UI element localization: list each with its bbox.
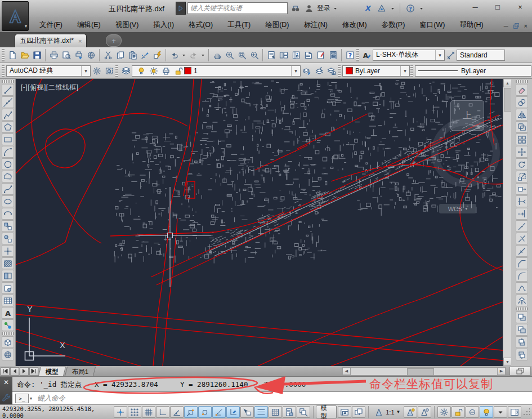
send-to-back-icon[interactable] bbox=[516, 324, 528, 336]
light-bulb-icon[interactable] bbox=[480, 406, 493, 418]
layer-combo[interactable]: 1 ▾ bbox=[132, 65, 301, 77]
command-input-placeholder[interactable]: 键入命令 bbox=[37, 394, 65, 403]
layer-standards-icon[interactable] bbox=[325, 65, 337, 77]
snap-icon[interactable] bbox=[114, 406, 127, 418]
combo-caret-icon[interactable]: ▾ bbox=[291, 66, 300, 76]
point-cloud-icon[interactable] bbox=[2, 319, 14, 331]
horizontal-scrollbar[interactable]: ◀ ▶ bbox=[342, 367, 506, 376]
application-menu-button[interactable]: ▾ bbox=[2, 1, 29, 31]
menu-item[interactable]: 视图(V) bbox=[108, 17, 146, 32]
user-icon[interactable] bbox=[303, 2, 315, 15]
qnew-icon[interactable] bbox=[6, 49, 18, 61]
gradient-icon[interactable] bbox=[2, 270, 14, 282]
quick-properties-icon[interactable] bbox=[283, 406, 296, 418]
menu-item[interactable]: 窗口(W) bbox=[412, 17, 452, 32]
table-icon[interactable] bbox=[2, 295, 14, 306]
rotate-icon[interactable] bbox=[516, 158, 528, 170]
revision-cloud-icon[interactable] bbox=[2, 171, 14, 182]
trim-icon[interactable] bbox=[516, 195, 528, 207]
minimize-button[interactable]: ─ bbox=[467, 1, 484, 12]
viewport-controls-label[interactable]: [-][俯视][二维线框] bbox=[21, 83, 79, 92]
undo-icon[interactable] bbox=[168, 49, 180, 61]
object-snap-tracking-icon[interactable] bbox=[212, 406, 226, 418]
menu-item[interactable]: 插入(I) bbox=[146, 17, 181, 32]
annotation-autoscale-icon[interactable] bbox=[418, 406, 431, 418]
blend-curves-icon[interactable] bbox=[516, 282, 528, 294]
design-center-icon[interactable] bbox=[278, 49, 289, 61]
cut-icon[interactable] bbox=[102, 49, 114, 61]
model-space-button[interactable]: 模型 bbox=[316, 405, 337, 418]
workspace-settings-icon[interactable] bbox=[437, 406, 451, 418]
toolbar-grip[interactable] bbox=[2, 65, 5, 77]
redo-dropdown-icon[interactable] bbox=[200, 49, 206, 61]
zoom-realtime-icon[interactable] bbox=[223, 49, 235, 61]
layer-states-manager-icon[interactable] bbox=[301, 65, 312, 77]
polar-tracking-icon[interactable] bbox=[170, 406, 184, 418]
command-input-line[interactable]: >_ ▾ 键入命令 bbox=[12, 391, 532, 405]
annotation-scale-control[interactable]: 1:1 ▼ bbox=[372, 406, 403, 418]
circle-icon[interactable] bbox=[2, 158, 14, 170]
dim-style-combo[interactable]: Standard bbox=[457, 50, 505, 61]
mirror-icon[interactable] bbox=[516, 109, 528, 121]
layer-properties-icon[interactable] bbox=[120, 65, 132, 77]
toolbar-grip[interactable] bbox=[410, 65, 413, 77]
coordinate-readout[interactable]: 429320.3255, 2891255.4518, 0.0000 bbox=[2, 405, 113, 419]
plot-icon[interactable] bbox=[48, 49, 60, 61]
vertical-scroll-thumb[interactable] bbox=[504, 88, 512, 112]
sheet-set-manager-icon[interactable] bbox=[302, 49, 314, 61]
scroll-right-button[interactable]: ▶ bbox=[497, 368, 506, 375]
login-caret-icon[interactable] bbox=[332, 2, 338, 15]
quick-calculator-icon[interactable] bbox=[327, 49, 339, 61]
spline-icon[interactable] bbox=[2, 183, 14, 195]
my-workspace-icon[interactable] bbox=[103, 65, 115, 77]
annotation-visibility-icon[interactable] bbox=[404, 406, 417, 418]
grid-display-icon[interactable] bbox=[142, 406, 155, 418]
ellipse-icon[interactable] bbox=[2, 195, 14, 207]
command-close-icon[interactable]: ✕ bbox=[3, 378, 9, 386]
polyline-icon[interactable] bbox=[2, 109, 14, 121]
scroll-down-button[interactable]: ▼ bbox=[503, 358, 512, 366]
drawing-canvas[interactable]: Y X [-][俯视][二维线框] 上 WCS ▾ bbox=[16, 79, 503, 366]
statusbar-resize-grip[interactable] bbox=[522, 408, 530, 416]
viewcube-wcs-menu[interactable]: WCS ▾ bbox=[439, 204, 476, 213]
modeling-sphere-icon[interactable] bbox=[2, 349, 14, 360]
properties-palette-icon[interactable] bbox=[265, 49, 277, 61]
toolbar-grip[interactable] bbox=[2, 332, 14, 335]
construction-line-icon[interactable] bbox=[2, 96, 14, 108]
horizontal-scroll-thumb[interactable] bbox=[407, 368, 434, 376]
qsave-icon[interactable] bbox=[31, 49, 43, 61]
point-icon[interactable] bbox=[2, 245, 14, 257]
restore-viewport-button[interactable] bbox=[509, 367, 531, 376]
clean-screen-icon[interactable] bbox=[508, 406, 521, 418]
move-icon[interactable] bbox=[516, 146, 528, 158]
menu-item[interactable]: 工具(T) bbox=[220, 17, 258, 32]
maximize-button[interactable]: □ bbox=[489, 1, 506, 12]
doc-minimize-button[interactable]: ─ bbox=[504, 23, 508, 29]
scale-icon[interactable] bbox=[516, 171, 528, 182]
prev-tab-button[interactable] bbox=[10, 367, 19, 376]
workspace-settings-icon[interactable] bbox=[91, 65, 102, 77]
toolbar-grip[interactable] bbox=[2, 80, 14, 83]
color-combo[interactable]: ByLayer ▾ bbox=[342, 65, 410, 77]
isolate-dark-icon[interactable] bbox=[466, 406, 479, 418]
extend-icon[interactable] bbox=[516, 208, 528, 220]
combo-caret-icon[interactable]: ▾ bbox=[400, 66, 409, 76]
array-icon[interactable] bbox=[516, 133, 528, 145]
copy-object-icon[interactable] bbox=[516, 96, 528, 108]
scroll-up-button[interactable]: ▲ bbox=[503, 79, 512, 87]
tool-palettes-icon[interactable] bbox=[290, 49, 302, 61]
scroll-left-button[interactable]: ◀ bbox=[342, 368, 351, 375]
first-tab-button[interactable] bbox=[1, 367, 10, 376]
plot-preview-icon[interactable] bbox=[60, 49, 72, 61]
break-icon[interactable] bbox=[516, 233, 528, 244]
fillet-icon[interactable] bbox=[516, 270, 528, 282]
grid-snap-icon[interactable] bbox=[128, 406, 141, 418]
vertical-scrollbar[interactable]: ▲ ▼ bbox=[503, 79, 511, 366]
combo-caret-icon[interactable]: ▾ bbox=[81, 66, 90, 76]
eplot-icon[interactable] bbox=[73, 49, 84, 61]
tab-close-icon[interactable]: × bbox=[78, 38, 82, 44]
hatch-icon[interactable] bbox=[2, 257, 14, 269]
polygon-icon[interactable] bbox=[2, 121, 14, 133]
doc-close-button[interactable]: × bbox=[524, 23, 527, 29]
layer-thaw-icon[interactable] bbox=[147, 65, 159, 77]
